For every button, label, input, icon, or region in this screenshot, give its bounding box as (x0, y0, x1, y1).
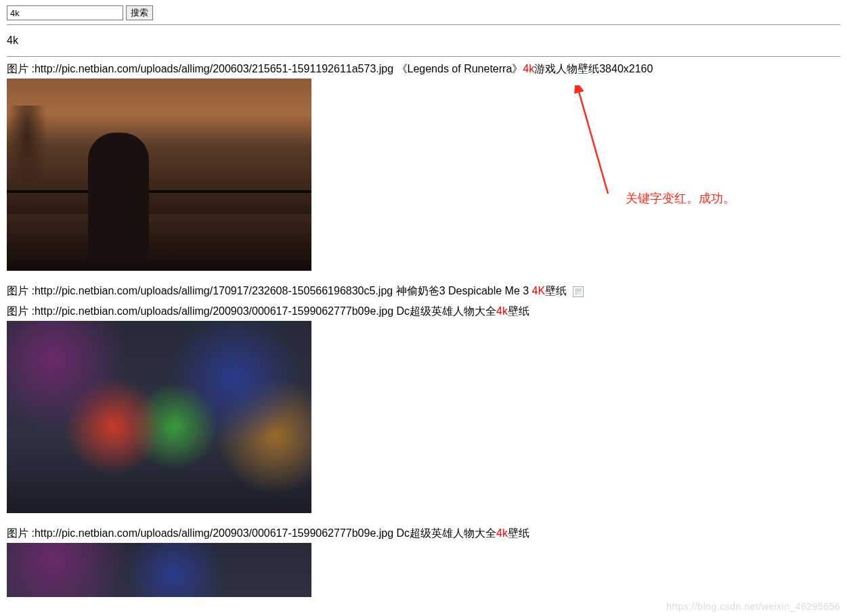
result-title-post: 壁纸 (508, 305, 529, 317)
result-thumbnail[interactable] (7, 79, 311, 271)
highlight-keyword: 4k (523, 63, 534, 74)
result-line: 图片 :http://pic.netbian.com/uploads/allim… (7, 303, 840, 320)
divider-bottom (7, 56, 840, 57)
result-url: http://pic.netbian.com/uploads/allimg/20… (35, 305, 393, 317)
result-label: 图片 : (7, 63, 35, 74)
annotation: 关键字变红。成功。 (574, 85, 764, 221)
result-title-pre: Dc超级英雄人物大全 (393, 305, 496, 317)
result-title-pre: Dc超级英雄人物大全 (393, 527, 496, 539)
result-title-post: 壁纸 (545, 285, 567, 296)
result-title-pre: 《Legends of Runeterra》 (393, 63, 523, 74)
result-label: 图片 : (7, 527, 35, 539)
result-url: http://pic.netbian.com/uploads/allimg/20… (35, 63, 393, 74)
result-label: 图片 : (7, 305, 35, 317)
result-line: 图片 :http://pic.netbian.com/uploads/allim… (7, 61, 840, 77)
result-title-post: 壁纸 (508, 527, 529, 539)
svg-line-0 (578, 89, 608, 194)
highlight-keyword: 4K (532, 285, 546, 296)
result-url: http://pic.netbian.com/uploads/allimg/17… (35, 285, 393, 296)
result-thumbnail[interactable] (7, 543, 311, 597)
highlight-keyword: 4k (496, 527, 508, 539)
result-line: 图片 :http://pic.netbian.com/uploads/allim… (7, 525, 840, 542)
result-title-post: 游戏人物壁纸3840x2160 (534, 63, 653, 74)
broken-image-icon (573, 286, 584, 297)
divider-top (7, 24, 840, 25)
search-button[interactable]: 搜索 (126, 5, 153, 20)
result-title-pre: 神偷奶爸3 Despicable Me 3 (393, 285, 531, 296)
highlight-keyword: 4k (496, 305, 508, 317)
result-line: 图片 :http://pic.netbian.com/uploads/allim… (7, 283, 840, 299)
result-label: 图片 : (7, 285, 35, 296)
search-input[interactable] (7, 5, 123, 20)
result-thumbnail[interactable] (7, 321, 311, 513)
annotation-text: 关键字变红。成功。 (626, 190, 735, 206)
watermark: https://blog.csdn.net/weixin_46295656 (666, 601, 840, 612)
result-url: http://pic.netbian.com/uploads/allimg/20… (35, 527, 393, 539)
query-echo: 4k (7, 35, 840, 47)
